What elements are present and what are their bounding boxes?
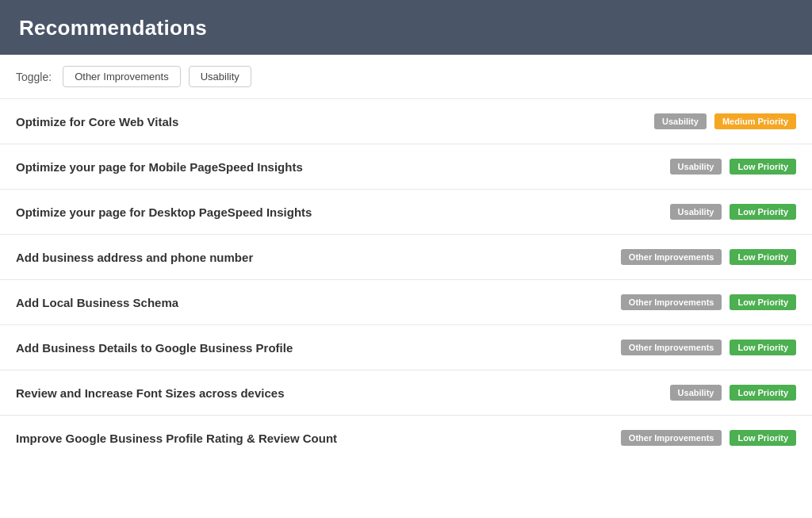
toggle-bar: Toggle: Other Improvements Usability xyxy=(0,55,812,99)
category-badge: Other Improvements xyxy=(621,430,722,446)
toggle-other-improvements[interactable]: Other Improvements xyxy=(63,66,181,87)
table-row: Improve Google Business Profile Rating &… xyxy=(0,416,812,460)
recommendations-list: Optimize for Core Web VitalsUsabilityMed… xyxy=(0,99,812,460)
priority-badge: Low Priority xyxy=(730,249,796,265)
table-row: Optimize for Core Web VitalsUsabilityMed… xyxy=(0,99,812,144)
page-wrapper: Recommendations Toggle: Other Improvemen… xyxy=(0,0,812,518)
table-row: Add business address and phone numberOth… xyxy=(0,235,812,280)
priority-badge: Low Priority xyxy=(730,385,796,401)
category-badge: Other Improvements xyxy=(621,340,722,355)
page-header: Recommendations xyxy=(0,0,812,55)
rec-badges: UsabilityMedium Priority xyxy=(654,113,796,129)
table-row: Optimize your page for Mobile PageSpeed … xyxy=(0,144,812,190)
rec-title: Review and Increase Font Sizes across de… xyxy=(16,386,670,400)
toggle-usability[interactable]: Usability xyxy=(189,66,251,87)
category-badge: Usability xyxy=(670,159,722,175)
rec-title: Optimize for Core Web Vitals xyxy=(16,115,654,129)
rec-title: Add Business Details to Google Business … xyxy=(16,341,621,355)
category-badge: Usability xyxy=(654,113,707,129)
rec-badges: Other ImprovementsLow Priority xyxy=(621,430,796,446)
priority-badge: Low Priority xyxy=(730,340,796,355)
rec-badges: Other ImprovementsLow Priority xyxy=(621,340,796,355)
priority-badge: Low Priority xyxy=(730,159,796,175)
rec-title: Optimize your page for Mobile PageSpeed … xyxy=(16,160,670,174)
table-row: Add Business Details to Google Business … xyxy=(0,325,812,370)
rec-title: Improve Google Business Profile Rating &… xyxy=(16,432,621,445)
category-badge: Usability xyxy=(670,385,722,401)
table-row: Optimize your page for Desktop PageSpeed… xyxy=(0,190,812,235)
page-title: Recommendations xyxy=(19,16,793,40)
rec-badges: Other ImprovementsLow Priority xyxy=(621,249,796,265)
rec-title: Optimize your page for Desktop PageSpeed… xyxy=(16,205,670,219)
table-row: Add Local Business SchemaOther Improveme… xyxy=(0,280,812,325)
priority-badge: Low Priority xyxy=(730,204,796,220)
rec-badges: UsabilityLow Priority xyxy=(670,204,796,220)
rec-badges: Other ImprovementsLow Priority xyxy=(621,294,796,310)
priority-badge: Low Priority xyxy=(730,294,796,310)
priority-badge: Low Priority xyxy=(730,430,796,446)
category-badge: Other Improvements xyxy=(621,294,722,310)
table-row: Review and Increase Font Sizes across de… xyxy=(0,370,812,416)
rec-title: Add business address and phone number xyxy=(16,251,621,264)
category-badge: Other Improvements xyxy=(621,249,722,265)
toggle-label: Toggle: xyxy=(16,71,52,83)
category-badge: Usability xyxy=(670,204,722,220)
priority-badge: Medium Priority xyxy=(714,113,796,129)
rec-title: Add Local Business Schema xyxy=(16,296,621,309)
rec-badges: UsabilityLow Priority xyxy=(670,385,796,401)
rec-badges: UsabilityLow Priority xyxy=(670,159,796,175)
